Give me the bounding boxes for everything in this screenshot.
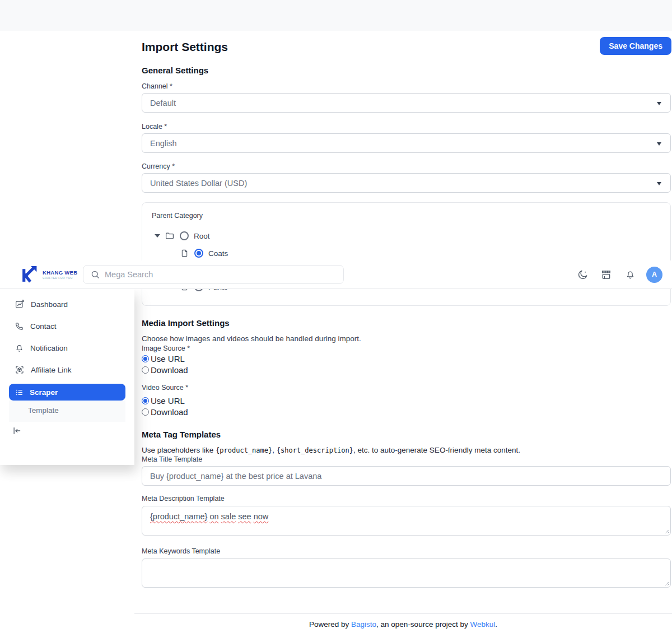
user-avatar[interactable]: A [646, 267, 662, 283]
locale-value: English [150, 139, 177, 148]
placeholder-code: {short_description} [277, 446, 353, 454]
currency-label: Currency * [142, 162, 671, 171]
save-changes-button[interactable]: Save Changes [600, 37, 671, 55]
phone-icon [15, 322, 24, 331]
collapse-sidebar-icon[interactable] [12, 426, 22, 436]
radio-unchecked-icon[interactable] [142, 408, 149, 416]
tree-row-root[interactable]: Root [155, 231, 210, 241]
sidebar-item-scraper[interactable]: Scraper [9, 384, 125, 401]
sidebar-item-label: Dashboard [31, 300, 68, 309]
radio-option-label[interactable]: Use URL [151, 396, 185, 406]
logo-title: KHANG WEB [43, 269, 77, 276]
bell-icon [15, 343, 24, 353]
radio-unchecked-icon[interactable] [142, 366, 149, 374]
sidebar: Dashboard Contact Notification Affiliate… [0, 289, 134, 465]
affiliate-cube-icon [15, 365, 25, 375]
page-title: Import Settings [142, 40, 671, 54]
general-settings-heading: General Settings [142, 66, 671, 76]
parent-category-label: Parent Category [152, 212, 203, 220]
file-icon [180, 249, 189, 258]
meta-templates-hint: Use placeholders like {product_name}, {s… [142, 446, 671, 455]
footer-divider [134, 613, 672, 614]
meta-keywords-label: Meta Keywords Template [142, 547, 671, 556]
radio-option-label[interactable]: Use URL [151, 354, 185, 364]
sidebar-item-label: Notification [30, 344, 68, 352]
meta-templates-heading: Meta Tag Templates [142, 430, 671, 440]
logo-k-arrow-icon [19, 266, 39, 284]
folder-icon [165, 231, 175, 241]
main-content: Import Settings General Settings Channel… [142, 31, 671, 588]
search-input[interactable] [83, 265, 344, 284]
meta-title-input[interactable]: Buy {product_name} at the best price at … [142, 466, 671, 486]
category-radio-coats[interactable] [194, 249, 203, 258]
parent-category-panel: Parent Category Root Coats [142, 202, 671, 306]
media-settings-heading: Media Import Settings [142, 318, 671, 328]
bagisto-link[interactable]: Bagisto [351, 620, 376, 629]
meta-title-value: Buy {product_name} at the best price at … [150, 472, 321, 481]
currency-select[interactable]: United States Dollar (USD) [142, 173, 671, 193]
image-source-use-url-option[interactable]: Use URL [142, 353, 671, 364]
sidebar-item-notification[interactable]: Notification [0, 340, 134, 356]
dark-mode-moon-icon[interactable] [577, 269, 589, 281]
chevron-down-icon [657, 142, 661, 146]
category-radio-root[interactable] [180, 231, 189, 240]
logo-text: KHANG WEB CRAFTED FOR YOU [43, 269, 77, 280]
resize-handle[interactable] [664, 528, 669, 533]
sidebar-item-label: Affiliate Link [31, 366, 72, 374]
sidebar-item-dashboard[interactable]: Dashboard [0, 296, 134, 312]
bell-icon[interactable] [625, 269, 636, 280]
video-source-download-option[interactable]: Download [142, 406, 671, 417]
footer-text: Powered by Bagisto, an open-source proje… [134, 620, 672, 629]
video-source-label: Video Source * [142, 384, 671, 392]
chevron-down-icon [657, 182, 661, 185]
radio-option-label[interactable]: Download [151, 365, 188, 375]
app-root: Import Settings General Settings Channel… [0, 0, 672, 633]
meta-description-textarea[interactable]: {product_name} on sale see now [142, 506, 671, 536]
tree-row-coats[interactable]: Coats [180, 249, 228, 258]
locale-label: Locale * [142, 123, 671, 131]
meta-description-value: {product_name} on sale see now [150, 512, 268, 521]
currency-value: United States Dollar (USD) [150, 179, 247, 188]
sidebar-item-contact[interactable]: Contact [0, 318, 134, 334]
submenu-item-data[interactable]: Data [9, 417, 125, 422]
tree-node-label[interactable]: Coats [208, 249, 228, 258]
tree-expand-caret-icon[interactable] [155, 234, 160, 238]
sidebar-nav: Dashboard Contact Notification Affiliate… [0, 289, 134, 422]
webkul-link[interactable]: Webkul [470, 620, 495, 629]
logo-tagline: CRAFTED FOR YOU [43, 276, 77, 280]
sidebar-item-label: Scraper [30, 388, 58, 397]
channel-select[interactable]: Default [142, 93, 671, 113]
dashboard-icon [15, 299, 25, 309]
chevron-down-icon [657, 102, 661, 105]
store-icon[interactable] [600, 269, 612, 281]
locale-select[interactable]: English [142, 133, 671, 153]
image-source-label: Image Source * [142, 345, 671, 353]
mega-search [83, 265, 344, 284]
search-icon [90, 269, 100, 280]
sidebar-item-affiliate-link[interactable]: Affiliate Link [0, 362, 134, 378]
sidebar-bottom-bar [0, 422, 134, 465]
channel-value: Default [150, 99, 176, 108]
submenu-item-template[interactable]: Template [9, 403, 125, 417]
list-icon [15, 388, 24, 397]
resize-handle[interactable] [664, 580, 669, 585]
radio-checked-icon[interactable] [142, 397, 149, 404]
radio-checked-icon[interactable] [142, 355, 149, 362]
scraper-submenu: Template Data [9, 401, 125, 422]
meta-keywords-textarea[interactable] [142, 558, 671, 588]
meta-description-label: Meta Description Template [142, 495, 671, 503]
meta-title-label: Meta Title Template [142, 455, 671, 464]
video-source-use-url-option[interactable]: Use URL [142, 395, 671, 406]
sidebar-item-label: Contact [30, 322, 57, 331]
tree-node-label[interactable]: Root [194, 232, 210, 240]
top-strip [0, 0, 672, 31]
placeholder-code: {product_name} [216, 446, 272, 454]
brand-logo[interactable]: KHANG WEB CRAFTED FOR YOU [19, 266, 82, 284]
channel-label: Channel * [142, 82, 671, 91]
app-header-bar: KHANG WEB CRAFTED FOR YOU A [0, 260, 672, 289]
media-settings-description: Choose how images and videos should be h… [142, 334, 671, 343]
radio-option-label[interactable]: Download [151, 407, 188, 417]
image-source-download-option[interactable]: Download [142, 364, 671, 375]
header-actions: A [577, 267, 662, 283]
